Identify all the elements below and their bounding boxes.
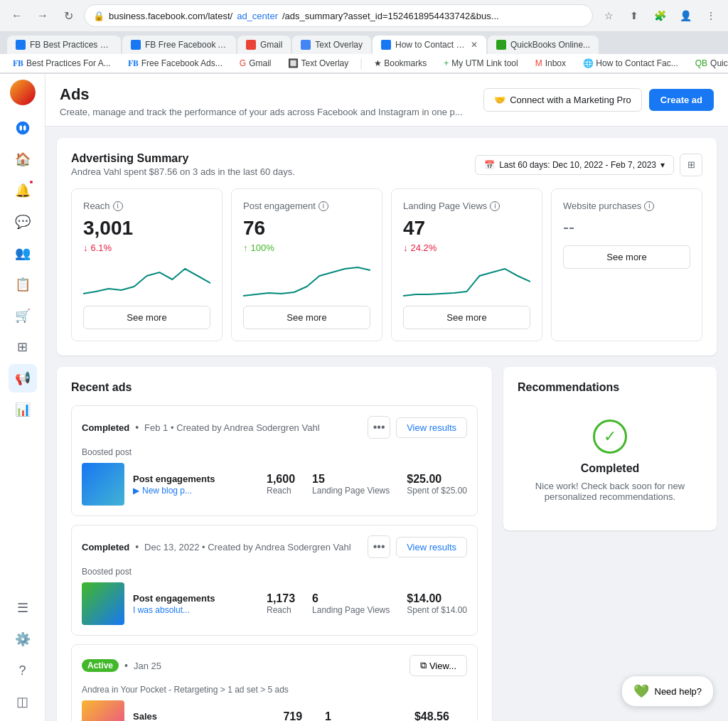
metric-landing-page-views: Landing Page Views i 47 ↓ 24.2% [391, 188, 542, 341]
bookmark-fb-practices[interactable]: 𝐅𝐁 Best Practices For A... [7, 57, 117, 70]
home-icon-btn[interactable]: 🏠 [9, 145, 37, 173]
address-bar[interactable]: 🔒 business.facebook.com/latest/ad_center… [84, 4, 593, 27]
meta-logo[interactable] [9, 114, 37, 142]
wp-info-icon[interactable]: i [644, 201, 654, 211]
ad-0-view-results-button[interactable]: View results [396, 417, 467, 438]
tab-active[interactable]: How to Contact Fac... ✕ [373, 36, 486, 54]
date-range-button[interactable]: 📅 Last 60 days: Dec 10, 2022 - Feb 7, 20… [475, 155, 674, 175]
two-column-layout: Recent ads Completed • Feb 1 • Created b… [57, 367, 717, 721]
menu-icon-btn[interactable]: ☰ [9, 594, 37, 622]
ad-1-view-results-button[interactable]: View results [396, 537, 467, 557]
messages-icon-btn[interactable]: 💬 [9, 208, 37, 236]
ad-2-view-button[interactable]: ⧉ View... [410, 655, 467, 676]
refresh-button[interactable]: ↻ [58, 6, 78, 26]
metric-reach-label: Reach i [83, 201, 210, 211]
ad-0-info: Post engagements ▶ New blog p... [133, 474, 258, 496]
reach-info-icon[interactable]: i [113, 201, 123, 211]
ad-1-details: Post engagements I was absolut... 1,173 … [82, 582, 467, 625]
lpv-info-icon[interactable]: i [490, 201, 500, 211]
ad-1-spend: $14.00 Spent of $14.00 [407, 592, 467, 615]
recommendations-completed: ✓ Completed Nice work! Check back soon f… [518, 405, 702, 516]
metric-wp-label: Website purchases i [563, 201, 690, 211]
ad-0-meta: Feb 1 • Created by Andrea Sodergren Vahl [144, 422, 362, 433]
ad-0-thumbnail [82, 463, 124, 506]
bookmark-quickbooks[interactable]: QB QuickBooks Online... [690, 57, 728, 70]
menu-button[interactable]: ⋮ [701, 6, 721, 26]
recent-ads-card: Recent ads Completed • Feb 1 • Created b… [57, 367, 492, 721]
main-content: Ads Create, manage and track the perform… [46, 74, 728, 721]
ad-item-2-header: Active • Jan 25 ⧉ View... [82, 655, 467, 676]
star-button[interactable]: ☆ [599, 6, 619, 26]
svg-point-1 [23, 125, 26, 130]
app: 🏠 🔔 💬 👥 📋 🛒 ⊞ 📢 📊 ☰ ⚙️ ? ◫ Ads Create, m… [0, 74, 728, 721]
notifications-icon-btn[interactable]: 🔔 [9, 176, 37, 205]
settings-icon-btn[interactable]: ⚙️ [9, 625, 37, 653]
bookmark-gmail[interactable]: G Gmail [234, 57, 277, 70]
bookmark-text-overlay[interactable]: 🔲 Text Overlay [282, 57, 354, 70]
tab-label-active: How to Contact Fac... [395, 40, 466, 50]
post-engagement-up-arrow: ↑ [243, 242, 248, 253]
tab-1[interactable]: FB Free Facebook Ads... [122, 36, 236, 54]
content-icon-btn[interactable]: 📋 [9, 270, 37, 299]
ad-0-title: Post engagements [133, 474, 258, 484]
lpv-see-more-button[interactable]: See more [403, 306, 530, 329]
audience-icon-btn[interactable]: 👥 [9, 239, 37, 267]
need-help-icon: 💚 [633, 683, 649, 699]
page-subtitle: Create, manage and track the performance… [60, 107, 463, 117]
ad-item-1: Completed • Dec 13, 2022 • Created by An… [71, 525, 478, 636]
extensions-button[interactable]: 🧩 [650, 6, 670, 26]
insights-icon-btn[interactable]: 📊 [9, 395, 37, 424]
tab-3[interactable]: Text Overlay [292, 36, 371, 54]
metric-post-engagement-value: 76 [243, 217, 370, 240]
share-button[interactable]: ⬆ [624, 6, 644, 26]
tab-0[interactable]: FB Best Practices For A... [7, 36, 121, 54]
notification-badge [28, 179, 34, 185]
recommendations-title: Recommendations [518, 381, 702, 394]
tab-4[interactable]: QuickBooks Online... [488, 36, 599, 54]
tab-label-0: FB Best Practices For A... [30, 40, 112, 50]
ad-1-stats: 1,173 Reach 6 Landing Page Views $14.00 … [267, 592, 467, 615]
shop-icon-btn[interactable]: 🛒 [9, 301, 37, 330]
need-help-button[interactable]: 💚 Need help? [621, 675, 714, 707]
bookmark-utm[interactable]: + My UTM Link tool [438, 57, 523, 70]
ads-icon-btn[interactable]: 📢 [9, 364, 37, 392]
view-icon: ⧉ [420, 660, 427, 671]
forward-button[interactable]: → [33, 6, 53, 26]
ad-0-stats: 1,600 Reach 15 Landing Page Views $25.00… [267, 473, 467, 496]
browser-toolbar: ← → ↻ 🔒 business.facebook.com/latest/ad_… [0, 0, 728, 31]
bookmark-fb-free-ads[interactable]: 𝐅𝐁 Free Facebook Ads... [122, 57, 228, 70]
back-button[interactable]: ← [7, 6, 27, 26]
ad-2-meta: Jan 25 [134, 661, 404, 671]
url-highlight: ad_center [237, 11, 278, 21]
tab-label-1: FB Free Facebook Ads... [145, 40, 228, 50]
bookmark-contact-fac[interactable]: 🌐 How to Contact Fac... [577, 57, 684, 70]
ad-2-status: Active [82, 659, 119, 672]
create-ad-button[interactable]: Create ad [649, 89, 714, 111]
collapse-icon-btn[interactable]: ◫ [9, 688, 37, 716]
completed-check-icon: ✓ [593, 420, 627, 454]
filter-button[interactable]: ⊞ [680, 154, 702, 176]
connect-marketing-pro-button[interactable]: 🤝 Connect with a Marketing Pro [483, 88, 642, 112]
profile-button[interactable]: 👤 [675, 6, 695, 26]
post-engagement-see-more-button[interactable]: See more [243, 306, 370, 329]
help-icon-btn[interactable]: ? [9, 656, 37, 685]
user-avatar[interactable] [10, 80, 36, 105]
bookmark-inbox[interactable]: M Inbox [530, 57, 572, 70]
wp-see-more-button[interactable]: See more [563, 245, 690, 269]
header-actions: 🤝 Connect with a Marketing Pro Create ad [483, 88, 714, 112]
ad-1-more-button[interactable]: ••• [368, 535, 390, 558]
tab-close[interactable]: ✕ [471, 40, 478, 50]
ad-1-reach: 1,173 Reach [267, 592, 295, 615]
ad-1-subtitle: I was absolut... [133, 605, 258, 615]
summary-header: Advertising Summary Andrea Vahl spent $8… [71, 152, 702, 177]
rec-status: Completed [581, 462, 640, 475]
ad-0-more-button[interactable]: ••• [368, 416, 390, 439]
grid-icon-btn[interactable]: ⊞ [9, 333, 37, 361]
tab-label-3: Text Overlay [315, 40, 363, 50]
post-engagement-info-icon[interactable]: i [318, 201, 328, 211]
bookmark-bookmarks[interactable]: ★ Bookmarks [368, 57, 432, 70]
summary-title: Advertising Summary [71, 152, 295, 165]
tab-2[interactable]: Gmail [237, 36, 291, 54]
reach-see-more-button[interactable]: See more [83, 306, 210, 329]
need-help-label: Need help? [655, 686, 702, 697]
